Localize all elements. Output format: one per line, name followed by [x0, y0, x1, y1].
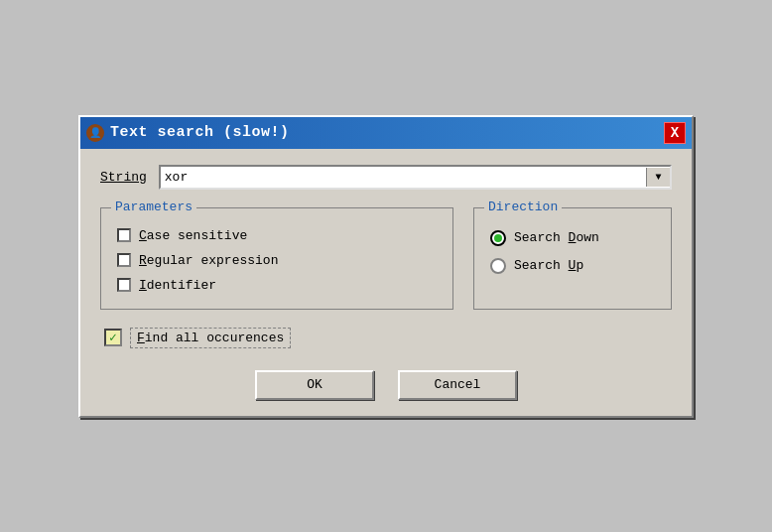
- app-icon: 👤: [86, 124, 104, 142]
- buttons-row: OK Cancel: [100, 366, 672, 400]
- text-search-dialog: 👤 Text search (slow!) X String ▼ Paramet…: [78, 115, 694, 418]
- search-up-radio[interactable]: [490, 258, 506, 274]
- find-all-checkbox[interactable]: ✓: [104, 329, 122, 346]
- dropdown-button[interactable]: ▼: [646, 168, 670, 187]
- search-input[interactable]: [161, 167, 646, 188]
- panels-row: Parameters Case sensitive Regular expres…: [100, 207, 672, 310]
- chevron-down-icon: ▼: [655, 172, 661, 183]
- title-bar: 👤 Text search (slow!) X: [80, 117, 692, 149]
- identifier-label: Identifier: [139, 278, 216, 293]
- parameters-group: Parameters Case sensitive Regular expres…: [100, 207, 453, 310]
- search-up-row: Search Up: [490, 258, 655, 274]
- find-all-label: Find all occurences: [130, 328, 291, 348]
- title-bar-left: 👤 Text search (slow!): [86, 124, 290, 142]
- regular-expression-label: Regular expression: [139, 253, 278, 268]
- string-input-wrapper: ▼: [159, 165, 672, 190]
- ok-button[interactable]: OK: [255, 370, 374, 400]
- identifier-checkbox[interactable]: [117, 278, 131, 292]
- regular-expression-checkbox[interactable]: [117, 253, 131, 267]
- search-down-radio[interactable]: [490, 230, 506, 246]
- parameters-legend: Parameters: [111, 200, 196, 214]
- find-all-row: ✓ Find all occurences: [100, 328, 672, 348]
- case-sensitive-label: Case sensitive: [139, 228, 247, 243]
- ok-label: OK: [307, 377, 322, 392]
- cancel-label: Cancel: [435, 377, 481, 392]
- search-up-label: Search Up: [514, 258, 583, 273]
- regular-expression-row: Regular expression: [117, 253, 437, 268]
- direction-legend: Direction: [484, 200, 562, 214]
- search-down-row: Search Down: [490, 230, 655, 246]
- close-button[interactable]: X: [664, 122, 686, 144]
- radio-dot: [494, 234, 502, 242]
- search-down-label: Search Down: [514, 230, 599, 245]
- cancel-button[interactable]: Cancel: [398, 370, 517, 400]
- string-row: String ▼: [100, 165, 672, 190]
- dialog-title: Text search (slow!): [110, 124, 290, 141]
- case-sensitive-row: Case sensitive: [117, 228, 437, 243]
- dialog-body: String ▼ Parameters Case sensitive Regu: [80, 149, 692, 416]
- case-sensitive-checkbox[interactable]: [117, 228, 131, 242]
- identifier-row: Identifier: [117, 278, 437, 293]
- direction-group: Direction Search Down Search Up: [473, 207, 672, 310]
- checkmark-icon: ✓: [109, 330, 117, 345]
- string-label: String: [100, 170, 147, 185]
